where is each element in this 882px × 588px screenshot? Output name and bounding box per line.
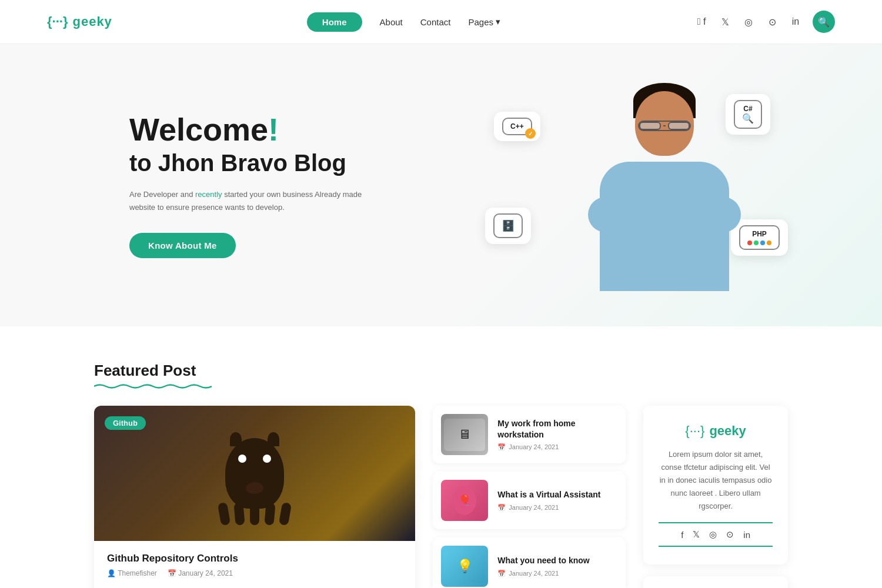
side-post-image-2: 🎈: [441, 480, 488, 521]
pages-nav-dropdown[interactable]: Pages ▾: [468, 16, 500, 27]
hero-person-image: [564, 74, 764, 291]
featured-main-image: Github: [94, 406, 415, 541]
side-post-title-3: What you need to know: [497, 555, 617, 566]
side-post-content-3: What you need to know 📅 January 24, 2021: [497, 555, 617, 577]
featured-title: Featured Post: [94, 362, 788, 380]
side-post-title-2: What is a Virtual Assistant: [497, 489, 617, 500]
nav-social-icons:  f 𝕏 ◎ ⊙ in 🔍: [695, 11, 835, 33]
nav-links: Home About Contact Pages ▾: [307, 12, 500, 32]
list-item[interactable]: 🖥 My work from home workstation 📅 Januar…: [433, 406, 626, 463]
widget-column: {···} geeky Lorem ipsum dolor sit amet, …: [643, 406, 788, 588]
list-item[interactable]: 💡 What you need to know 📅 January 24, 20…: [433, 537, 626, 588]
featured-section: Featured Post Github: [0, 326, 882, 588]
widget-logo-icon: {···}: [685, 423, 704, 439]
side-post-content-1: My work from home workstation 📅 January …: [497, 418, 617, 450]
widget-linkedin-icon[interactable]: in: [743, 530, 750, 540]
featured-main-body: Github Repository Controls 👤 Themefisher…: [94, 541, 415, 588]
contact-nav-link[interactable]: Contact: [420, 17, 451, 27]
side-post-image-3: 💡: [441, 546, 488, 587]
navbar: {···} geeky Home About Contact Pages ▾ …: [0, 0, 882, 44]
categories-widget: Blog Categories: [643, 576, 788, 588]
hero-content: Welcome! to Jhon Bravo Blog Are Develope…: [129, 112, 365, 258]
widget-instagram-icon[interactable]: ◎: [709, 529, 717, 540]
section-underline: [94, 383, 212, 389]
featured-main-title: Github Repository Controls: [107, 553, 402, 564]
list-item[interactable]: 🎈 What is a Virtual Assistant 📅 January …: [433, 472, 626, 529]
database-icon: 🗄️: [485, 208, 531, 244]
side-post-title-1: My work from home workstation: [497, 418, 617, 439]
hero-title: Welcome!: [129, 112, 365, 147]
featured-main-meta: 👤 Themefisher 📅 January 24, 2021: [107, 569, 402, 577]
hero-subtitle: to Jhon Bravo Blog: [129, 150, 365, 176]
search-button[interactable]: 🔍: [813, 11, 835, 33]
facebook-icon[interactable]:  f: [695, 16, 708, 27]
featured-grid: Github: [94, 406, 788, 588]
linkedin-icon[interactable]: in: [789, 16, 802, 27]
cpp-icon: C++ ✓: [494, 112, 540, 141]
hero-visual: C++ ✓ C# 🔍 🗄️ PHP: [482, 79, 788, 291]
widget-facebook-icon[interactable]: f: [681, 530, 683, 540]
side-post-date-1: 📅 January 24, 2021: [497, 443, 617, 451]
github-badge: Github: [105, 416, 146, 430]
widget-description: Lorem ipsum dolor sit amet, conse tfctet…: [659, 448, 773, 513]
side-post-date-2: 📅 January 24, 2021: [497, 504, 617, 512]
side-post-date-3: 📅 January 24, 2021: [497, 570, 617, 577]
featured-side-posts: 🖥 My work from home workstation 📅 Januar…: [433, 406, 626, 588]
side-post-image-1: 🖥: [441, 414, 488, 455]
hero-section: Welcome! to Jhon Bravo Blog Are Develope…: [0, 44, 882, 326]
side-post-content-2: What is a Virtual Assistant 📅 January 24…: [497, 489, 617, 511]
twitter-icon[interactable]: 𝕏: [719, 16, 731, 28]
logo-icon: {···}: [47, 14, 68, 29]
octocat-figure: [225, 438, 284, 509]
about-nav-link[interactable]: About: [380, 17, 403, 27]
cpp-check-icon: ✓: [525, 128, 536, 139]
know-about-me-button[interactable]: Know About Me: [129, 233, 236, 258]
widget-twitter-icon[interactable]: 𝕏: [693, 529, 700, 540]
featured-main-post[interactable]: Github: [94, 406, 415, 588]
widget-github-icon[interactable]: ⊙: [726, 529, 734, 540]
logo[interactable]: {···} geeky: [47, 14, 112, 29]
widget-logo-text: geeky: [709, 423, 746, 439]
widget-social-links: f 𝕏 ◎ ⊙ in: [659, 522, 773, 547]
hero-description: Are Developer and recently started your …: [129, 188, 365, 214]
github-icon[interactable]: ⊙: [766, 16, 779, 28]
about-widget: {···} geeky Lorem ipsum dolor sit amet, …: [643, 406, 788, 564]
home-nav-button[interactable]: Home: [307, 12, 362, 32]
instagram-icon[interactable]: ◎: [742, 16, 755, 28]
logo-text: geeky: [72, 14, 112, 29]
widget-logo: {···} geeky: [685, 423, 746, 439]
